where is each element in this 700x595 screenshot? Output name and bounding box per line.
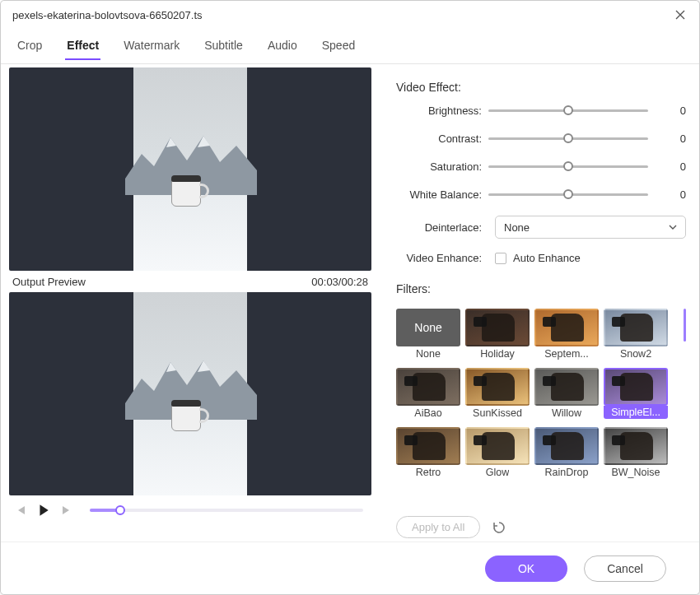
top-preview bbox=[9, 67, 371, 271]
play-icon[interactable] bbox=[35, 502, 52, 518]
body: Output Preview 00:03/00:28 bbox=[1, 64, 699, 542]
tab-audio[interactable]: Audio bbox=[266, 35, 299, 60]
scrollbar-thumb[interactable] bbox=[684, 309, 686, 342]
editor-window: pexels-ekaterina-bolovtsova-6650207.ts C… bbox=[0, 0, 700, 595]
filter-caption: None bbox=[416, 348, 441, 360]
filter-simpleel[interactable]: SimpleEl... bbox=[604, 368, 668, 419]
filter-thumb bbox=[534, 309, 599, 346]
filters-panel: NoneNoneHolidaySeptem...Snow2AiBaoSunKis… bbox=[396, 309, 686, 509]
effect-sliders: Brightness:0Contrast:0Saturation:0White … bbox=[396, 102, 686, 202]
cancel-button[interactable]: Cancel bbox=[584, 555, 666, 582]
filter-caption: BW_Noise bbox=[611, 467, 660, 478]
timeline-slider[interactable] bbox=[90, 509, 363, 512]
contrast-label: Contrast: bbox=[396, 132, 488, 145]
filter-none[interactable]: NoneNone bbox=[396, 309, 460, 360]
auto-enhance-label: Auto Enhance bbox=[513, 252, 581, 264]
titlebar: pexels-ekaterina-bolovtsova-6650207.ts bbox=[1, 1, 699, 29]
tab-effect[interactable]: Effect bbox=[65, 35, 100, 60]
tab-subtitle[interactable]: Subtitle bbox=[203, 35, 245, 60]
deinterlace-select[interactable]: None bbox=[495, 216, 686, 239]
filter-bw_noise[interactable]: BW_Noise bbox=[604, 427, 668, 478]
video-frame bbox=[133, 67, 247, 271]
filter-thumb bbox=[604, 427, 668, 465]
next-frame-icon[interactable] bbox=[58, 502, 75, 518]
filter-caption: SunKissed bbox=[473, 407, 522, 419]
filter-thumb bbox=[604, 309, 668, 346]
left-pane: Output Preview 00:03/00:28 bbox=[1, 64, 380, 542]
window-title: pexels-ekaterina-bolovtsova-6650207.ts bbox=[12, 9, 203, 21]
transport-controls bbox=[9, 495, 371, 522]
white_balance-label: White Balance: bbox=[396, 188, 488, 201]
chevron-down-icon bbox=[669, 223, 677, 231]
saturation-value: 0 bbox=[648, 160, 686, 173]
saturation-slider[interactable] bbox=[488, 158, 648, 174]
filters-heading: Filters: bbox=[396, 282, 686, 295]
contrast-value: 0 bbox=[648, 132, 686, 145]
filter-holiday[interactable]: Holiday bbox=[465, 309, 530, 360]
contrast-row: Contrast:0 bbox=[396, 130, 686, 146]
filter-glow[interactable]: Glow bbox=[465, 427, 530, 478]
tab-crop[interactable]: Crop bbox=[16, 35, 44, 60]
saturation-label: Saturation: bbox=[396, 160, 488, 173]
timecode: 00:03/00:28 bbox=[311, 276, 368, 288]
filter-caption: SimpleEl... bbox=[604, 406, 668, 419]
filter-thumb bbox=[534, 368, 599, 406]
filter-sunkissed[interactable]: SunKissed bbox=[465, 368, 530, 419]
filter-thumb bbox=[604, 368, 668, 406]
output-preview-label: Output Preview bbox=[12, 276, 86, 288]
filter-thumb bbox=[534, 427, 599, 465]
video-enhance-label: Video Enhance: bbox=[396, 252, 488, 264]
right-pane: Video Effect: Brightness:0Contrast:0Satu… bbox=[380, 64, 699, 542]
contrast-slider[interactable] bbox=[488, 130, 648, 146]
prev-frame-icon[interactable] bbox=[12, 502, 29, 518]
brightness-row: Brightness:0 bbox=[396, 102, 686, 119]
filter-caption: Snow2 bbox=[620, 348, 651, 360]
filter-septem[interactable]: Septem... bbox=[534, 309, 599, 360]
deinterlace-label: Deinterlace: bbox=[396, 221, 488, 234]
filter-raindrop[interactable]: RainDrop bbox=[534, 427, 599, 478]
filter-caption: Holiday bbox=[480, 348, 515, 360]
apply-to-all-button[interactable]: Apply to All bbox=[396, 516, 480, 538]
tab-watermark[interactable]: Watermark bbox=[122, 35, 181, 60]
filter-aibao[interactable]: AiBao bbox=[396, 368, 460, 419]
reset-icon[interactable] bbox=[492, 520, 506, 535]
filter-thumb bbox=[396, 368, 460, 406]
filter-caption: Willow bbox=[552, 407, 581, 419]
filter-caption: AiBao bbox=[414, 407, 441, 419]
filter-caption: Glow bbox=[486, 467, 509, 478]
filters-grid: NoneNoneHolidaySeptem...Snow2AiBaoSunKis… bbox=[396, 309, 686, 478]
bottom-preview bbox=[9, 292, 371, 495]
saturation-row: Saturation:0 bbox=[396, 158, 686, 174]
filter-snow2[interactable]: Snow2 bbox=[604, 309, 668, 360]
auto-enhance-checkbox[interactable] bbox=[495, 253, 506, 264]
brightness-slider[interactable] bbox=[488, 102, 648, 119]
ok-button[interactable]: OK bbox=[485, 555, 567, 582]
filter-caption: Septem... bbox=[544, 348, 589, 360]
filter-retro[interactable]: Retro bbox=[396, 427, 460, 478]
filter-thumb bbox=[465, 309, 530, 346]
brightness-label: Brightness: bbox=[396, 105, 488, 117]
white_balance-value: 0 bbox=[648, 188, 686, 201]
filter-thumb bbox=[396, 427, 460, 465]
deinterlace-row: Deinterlace: None bbox=[396, 216, 686, 239]
white_balance-row: White Balance:0 bbox=[396, 186, 686, 202]
filter-thumb bbox=[465, 368, 530, 406]
white_balance-slider[interactable] bbox=[488, 186, 648, 202]
deinterlace-value: None bbox=[504, 221, 530, 234]
filter-willow[interactable]: Willow bbox=[534, 368, 599, 419]
filter-thumb: None bbox=[396, 309, 460, 346]
filter-caption: RainDrop bbox=[545, 467, 589, 478]
tabs: CropEffectWatermarkSubtitleAudioSpeed bbox=[1, 29, 699, 64]
preview-bar: Output Preview 00:03/00:28 bbox=[9, 271, 371, 292]
video-effect-heading: Video Effect: bbox=[396, 81, 686, 94]
brightness-value: 0 bbox=[648, 105, 686, 117]
footer: OK Cancel bbox=[1, 542, 699, 594]
tab-speed[interactable]: Speed bbox=[320, 35, 357, 60]
filter-caption: Retro bbox=[416, 467, 441, 478]
filter-thumb bbox=[465, 427, 530, 465]
close-icon[interactable] bbox=[673, 7, 688, 22]
apply-row: Apply to All bbox=[396, 516, 686, 538]
video-enhance-row: Video Enhance: Auto Enhance bbox=[396, 252, 686, 264]
video-frame-effect bbox=[133, 292, 247, 495]
